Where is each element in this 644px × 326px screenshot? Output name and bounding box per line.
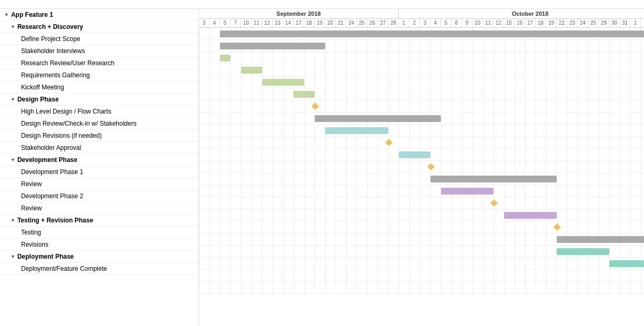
gantt-row-app1	[199, 28, 644, 40]
gantt-row-review2	[199, 221, 644, 233]
triangle-icon: ▼	[11, 24, 15, 29]
left-row-dev: ▼Development Phase	[0, 154, 198, 166]
gantt-panel[interactable]: September 2018October 201834571011121314…	[199, 9, 644, 326]
gantt-row-stakeholder_appr	[199, 161, 644, 173]
milestone-diamond	[311, 103, 319, 110]
gantt-header: September 2018October 201834571011121314…	[199, 9, 644, 28]
gantt-row-dev	[199, 173, 644, 185]
left-row-requirements: Requirements Gathering	[0, 69, 198, 82]
gantt-bar	[399, 151, 430, 158]
left-row-dev1: Development Phase 1	[0, 166, 198, 178]
milestone-diamond	[554, 223, 561, 231]
left-row-research_review: Research Review/User Research	[0, 57, 198, 69]
gantt-row-research	[199, 40, 644, 52]
gantt-row-kickoff	[199, 100, 644, 113]
gantt-bar	[504, 212, 557, 219]
gantt-bar	[294, 91, 315, 98]
gantt-bar	[220, 30, 644, 37]
left-panel: ▼App Feature 1▼Research + DiscoveryDefin…	[0, 9, 199, 326]
gantt-bar	[609, 260, 644, 267]
left-row-research: ▼Research + Discovery	[0, 21, 198, 33]
gantt-row-testing_item	[199, 246, 644, 258]
gantt-bar	[430, 176, 557, 182]
gantt-row-deployment	[199, 270, 644, 282]
gantt-bar	[557, 236, 644, 243]
gantt-row-deploy_complete	[199, 282, 644, 294]
gantt-row-design	[199, 113, 644, 125]
left-row-high_level: High Level Design / Flow Charts	[0, 106, 198, 118]
gantt-bar	[220, 43, 325, 49]
gantt-row-review1	[199, 197, 644, 209]
left-row-stakeholder_int: Stakeholder Interviews	[0, 45, 198, 57]
triangle-icon: ▼	[11, 218, 15, 223]
left-row-review2: Review	[0, 202, 198, 215]
gantt-row-requirements	[199, 88, 644, 100]
gantt-row-design_review	[199, 137, 644, 149]
gantt-row-define	[199, 52, 644, 64]
milestone-diamond	[385, 139, 393, 146]
left-row-review1: Review	[0, 178, 198, 190]
triangle-icon: ▼	[4, 12, 9, 17]
milestone-diamond	[427, 163, 435, 170]
gantt-bar	[241, 67, 262, 74]
left-row-kickoff: Kickoff Meeting	[0, 82, 198, 94]
gantt-bar	[220, 55, 230, 62]
triangle-icon: ▼	[11, 97, 15, 102]
left-row-deploy_complete: Deployment/Feature Complete	[0, 263, 198, 275]
left-row-deployment: ▼Deployment Phase	[0, 251, 198, 263]
left-row-design: ▼Design Phase	[0, 94, 198, 106]
page-title	[0, 0, 644, 9]
gantt-row-dev2	[199, 209, 644, 221]
milestone-diamond	[490, 199, 498, 207]
left-row-revisions: Revisions	[0, 239, 198, 251]
gantt-row-high_level	[199, 125, 644, 137]
gantt-bar	[557, 248, 609, 255]
gantt-body	[199, 28, 644, 294]
gantt-row-dev1	[199, 185, 644, 197]
left-row-dev2: Development Phase 2	[0, 190, 198, 202]
left-row-design_revisions: Design Revisions (if needed)	[0, 130, 198, 142]
main-content: ▼App Feature 1▼Research + DiscoveryDefin…	[0, 9, 644, 326]
gantt-bar	[262, 79, 304, 86]
gantt-row-research_review	[199, 76, 644, 88]
gantt-row-testing	[199, 233, 644, 246]
gantt-bar	[441, 188, 494, 195]
left-row-testing: ▼Testing + Revision Phase	[0, 215, 198, 227]
app-container: ▼App Feature 1▼Research + DiscoveryDefin…	[0, 0, 644, 326]
left-row-design_review: Design Review/Check-in w/ Stakeholders	[0, 118, 198, 130]
gantt-bar	[315, 115, 441, 122]
left-row-app1: ▼App Feature 1	[0, 9, 198, 21]
left-row-testing_item: Testing	[0, 227, 198, 239]
left-row-stakeholder_appr: Stakeholder Approval	[0, 142, 198, 154]
gantt-row-revisions	[199, 258, 644, 270]
triangle-icon: ▼	[11, 254, 15, 259]
triangle-icon: ▼	[11, 157, 15, 162]
gantt-bar	[325, 127, 388, 134]
gantt-row-stakeholder_int	[199, 64, 644, 76]
gantt-row-design_revisions	[199, 149, 644, 161]
left-row-define: Define Project Scope	[0, 33, 198, 45]
